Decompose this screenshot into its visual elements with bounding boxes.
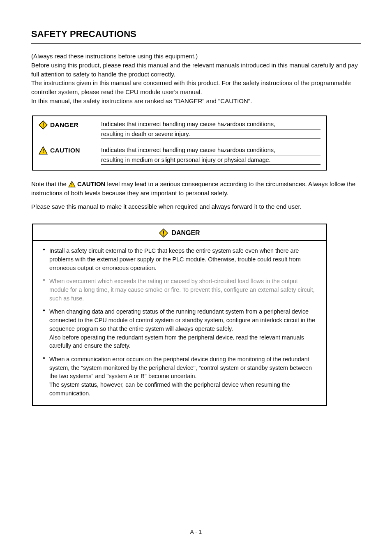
after-legend-paragraph: Note that the CAUTION level may lead to …	[31, 180, 361, 198]
caution-triangle-icon	[39, 146, 48, 155]
danger-label-text: DANGER	[50, 121, 78, 129]
danger-block: DANGER Install a safety circuit external…	[32, 224, 327, 406]
legend-danger-line1: Indicates that incorrect handling may ca…	[101, 120, 321, 130]
save-manual-paragraph: Please save this manual to make it acces…	[31, 202, 361, 211]
inline-caution-triangle-icon	[68, 181, 76, 187]
danger-list-item: When changing data and operating status …	[43, 307, 316, 350]
svg-point-2	[43, 126, 44, 127]
legend-caution-line1: Indicates that incorrect handling may ca…	[101, 146, 321, 156]
legend-box: DANGER Indicates that incorrect handling…	[32, 115, 327, 171]
svg-rect-7	[71, 183, 72, 185]
danger-list-item: When a communication error occurs on the…	[43, 355, 316, 398]
danger-list: Install a safety circuit external to the…	[43, 247, 316, 398]
danger-header-diamond-icon	[159, 229, 168, 238]
svg-rect-10	[163, 231, 164, 234]
inline-caution-label: CAUTION	[77, 180, 105, 189]
caution-label-text: CAUTION	[50, 147, 80, 154]
after-legend-prefix: Note that the	[31, 180, 68, 187]
doc-title: SAFETY PRECAUTIONS	[31, 29, 361, 39]
legend-caution-text: Indicates that incorrect handling may ca…	[101, 146, 321, 165]
danger-list-item: When overcurrent which exceeds the ratin…	[43, 277, 316, 302]
inline-caution: CAUTION	[68, 180, 105, 189]
title-rule	[31, 43, 361, 44]
danger-list-item: Install a safety circuit external to the…	[43, 247, 316, 272]
legend-row-danger: DANGER Indicates that incorrect handling…	[39, 120, 321, 139]
legend-row-caution: CAUTION Indicates that incorrect handlin…	[39, 146, 321, 165]
svg-point-5	[43, 152, 44, 153]
caution-label: CAUTION	[39, 146, 96, 155]
danger-diamond-icon	[39, 120, 48, 129]
danger-block-header-text: DANGER	[171, 229, 200, 237]
legend-caution-line2: resulting in medium or slight personal i…	[101, 155, 321, 164]
danger-block-body: Install a safety circuit external to the…	[33, 241, 326, 405]
legend-danger-text: Indicates that incorrect handling may ca…	[101, 120, 321, 139]
danger-block-header: DANGER	[33, 224, 326, 241]
svg-rect-1	[43, 122, 44, 126]
svg-rect-4	[43, 149, 44, 151]
svg-point-8	[71, 186, 72, 187]
danger-label: DANGER	[39, 120, 96, 129]
intro-paragraph: (Always read these instructions before u…	[31, 52, 361, 106]
page-number: A - 1	[0, 529, 392, 535]
legend-danger-line2: resulting in death or severe injury.	[101, 129, 321, 138]
svg-point-11	[163, 235, 164, 235]
